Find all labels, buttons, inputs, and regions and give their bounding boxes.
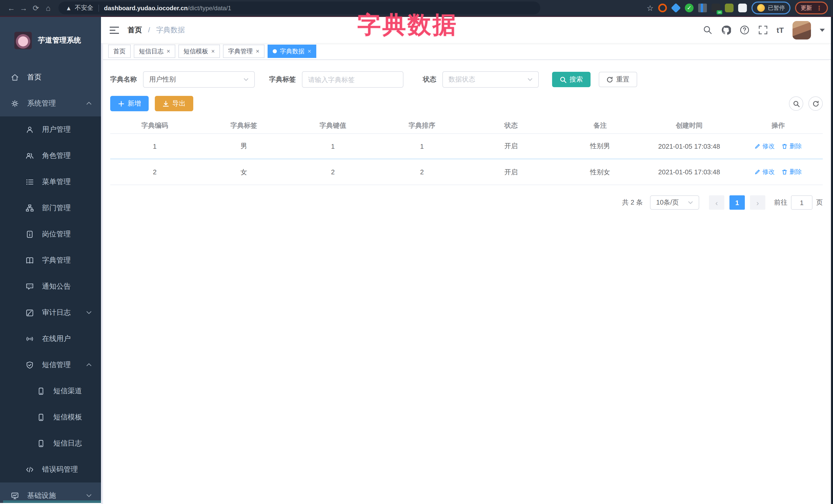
breadcrumb-home[interactable]: 首页	[128, 25, 142, 33]
table-row[interactable]: 1 男 1 1 开启 性别男 2021-01-05 17:03:48 修改	[110, 134, 823, 160]
online-users-icon	[26, 335, 34, 343]
browser-forward-icon[interactable]: →	[18, 4, 30, 12]
sidebar-item-home[interactable]: 首页	[0, 64, 101, 90]
extensions-puzzle-icon[interactable]	[738, 4, 747, 12]
paused-label: 已暂停	[768, 4, 785, 12]
cell-dict-sort: 2	[378, 168, 467, 176]
cell-dict-label: 女	[199, 167, 289, 177]
tab-sms-log[interactable]: 短信日志 ×	[134, 45, 175, 58]
user-avatar[interactable]	[792, 21, 811, 39]
sidebar-item-error-code[interactable]: 错误码管理	[0, 456, 101, 482]
browser-menu-dots-icon[interactable]: ⋮	[816, 4, 822, 11]
sidebar-item-online-users[interactable]: 在线用户	[0, 326, 101, 352]
close-icon[interactable]: ×	[167, 48, 170, 54]
search-button[interactable]: 搜索	[552, 72, 591, 87]
bookmark-star-icon[interactable]: ☆	[647, 3, 653, 13]
extension-sliders-icon[interactable]	[698, 4, 707, 12]
sidebar-item-system-management[interactable]: 系统管理	[0, 90, 101, 116]
cell-remark: 性别女	[556, 167, 645, 177]
tab-home[interactable]: 首页	[108, 45, 131, 58]
address-bar[interactable]: ▲ 不安全 dashboard.yudao.iocoder.cn /dict/t…	[58, 2, 540, 14]
column-header: 字典排序	[378, 121, 467, 130]
sidebar-item-user-management[interactable]: 用户管理	[0, 116, 101, 143]
refresh-table-button[interactable]	[808, 96, 823, 111]
url-divider	[98, 4, 99, 11]
fullscreen-icon[interactable]	[758, 25, 768, 35]
sidebar-logo[interactable]: 芋道管理系统	[0, 17, 101, 64]
goto-page-input[interactable]	[791, 195, 812, 210]
sidebar-item-sms-log[interactable]: 短信日志	[0, 430, 101, 456]
cell-dict-value: 1	[288, 142, 378, 150]
chevron-down-icon	[86, 494, 92, 497]
browser-reload-icon[interactable]: ⟳	[30, 3, 42, 13]
sidebar-item-notice[interactable]: 通知公告	[0, 273, 101, 299]
user-icon	[26, 125, 34, 134]
table-row[interactable]: 2 女 2 2 开启 性别女 2021-01-05 17:03:48 修改	[110, 160, 823, 185]
extension-green-check-icon[interactable]: ✓	[685, 4, 694, 12]
phone-icon	[37, 413, 45, 421]
tab-dict-management[interactable]: 字典管理 ×	[223, 45, 264, 58]
add-button[interactable]: 新增	[110, 96, 149, 111]
app: 芋道管理系统 首页 系统管理 用户管理 角色管理 菜单管理	[0, 17, 833, 503]
sidebar-item-audit-log[interactable]: 审计日志	[0, 299, 101, 326]
breadcrumb: 首页 / 字典数据	[128, 25, 185, 34]
page-size-select[interactable]: 10条/页	[650, 195, 699, 210]
sidebar-item-post-management[interactable]: 岗位管理	[0, 221, 101, 247]
browser-home-icon[interactable]: ⌂	[42, 4, 54, 12]
extension-dark-icon[interactable]: on	[712, 4, 720, 12]
current-page-button[interactable]: 1	[730, 195, 745, 210]
goto-page: 前往 页	[774, 195, 823, 210]
close-icon[interactable]: ×	[211, 48, 215, 54]
sidebar-item-menu-management[interactable]: 菜单管理	[0, 169, 101, 195]
sidebar-item-role-management[interactable]: 角色管理	[0, 143, 101, 169]
status-select[interactable]: 数据状态	[443, 71, 539, 88]
search-icon[interactable]	[703, 25, 713, 35]
right-toolbar	[789, 96, 823, 111]
url-host: dashboard.yudao.iocoder.cn	[104, 4, 188, 11]
delete-link[interactable]: 删除	[782, 168, 802, 176]
reset-button[interactable]: 重置	[599, 72, 637, 87]
avatar-caret-icon[interactable]	[820, 28, 825, 31]
gear-icon	[11, 99, 19, 107]
edit-link[interactable]: 修改	[755, 168, 775, 176]
github-icon[interactable]	[721, 25, 731, 35]
extension-blue-gem-icon[interactable]	[671, 3, 681, 13]
browser-update-button[interactable]: 更新 ⋮	[795, 2, 828, 14]
dict-name-select[interactable]: 用户性别	[143, 71, 255, 88]
sidebar-item-sms-template[interactable]: 短信模板	[0, 404, 101, 430]
cell-dict-value: 2	[288, 168, 378, 176]
refresh-icon	[812, 100, 819, 107]
prev-page-button[interactable]: ‹	[709, 195, 724, 210]
browser-back-icon[interactable]: ←	[5, 4, 18, 12]
extension-olive-icon[interactable]	[725, 4, 734, 12]
chevron-down-icon	[688, 201, 693, 204]
edit-link[interactable]: 修改	[755, 142, 775, 150]
toggle-search-button[interactable]	[789, 96, 803, 111]
next-page-button[interactable]: ›	[750, 195, 765, 210]
page-scrollbar-track[interactable]	[831, 17, 833, 504]
sidebar-item-department-management[interactable]: 部门管理	[0, 195, 101, 221]
help-icon[interactable]	[740, 25, 749, 35]
sidebar-item-dict-management[interactable]: 字典管理	[0, 247, 101, 273]
close-icon[interactable]: ×	[256, 48, 259, 54]
tab-dict-data-active[interactable]: 字典数据 ×	[268, 45, 316, 58]
pagination-total: 共 2 条	[622, 198, 643, 207]
page: ← → ⟳ ⌂ ▲ 不安全 dashboard.yudao.iocoder.cn…	[0, 0, 833, 504]
dict-data-table: 字典编码 字典标签 字典键值 字典排序 状态 备注 创建时间 操作 1 男 1 …	[110, 117, 823, 185]
column-header: 字典编码	[110, 121, 199, 130]
close-icon[interactable]: ×	[308, 48, 311, 54]
column-header: 创建时间	[645, 121, 734, 130]
sidebar-item-sms-management[interactable]: 短信管理	[0, 352, 101, 378]
sidebar-scrollbar[interactable]	[3, 500, 101, 503]
font-size-icon[interactable]: tT	[777, 26, 784, 34]
sidebar-item-sms-channel[interactable]: 短信渠道	[0, 378, 101, 404]
dict-label-input[interactable]	[302, 71, 403, 88]
extension-orange-ring-icon[interactable]	[658, 4, 667, 12]
app-title: 芋道管理系统	[38, 36, 81, 45]
sidebar-item-infrastructure[interactable]: 基础设施	[0, 482, 101, 503]
delete-link[interactable]: 删除	[782, 142, 802, 150]
sidebar-collapse-icon[interactable]	[109, 26, 119, 34]
tab-sms-template[interactable]: 短信模板 ×	[178, 45, 220, 58]
export-button[interactable]: 导出	[155, 96, 193, 111]
profile-paused-badge[interactable]: 已暂停	[752, 2, 790, 14]
